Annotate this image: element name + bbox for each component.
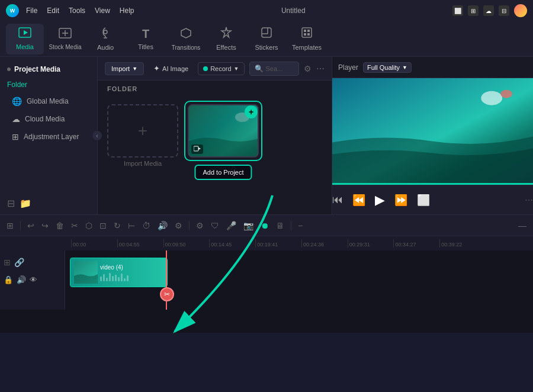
shield-icon[interactable]: 🛡 xyxy=(209,219,221,232)
add-to-project-button[interactable]: Add to Project xyxy=(194,165,252,180)
toolbar-item-titles[interactable]: T Titles xyxy=(127,24,165,54)
lock-icon[interactable]: 🔒 xyxy=(4,275,13,284)
grid-icon[interactable]: ⊞ xyxy=(468,5,479,16)
ruler-mark-1: 00:04:55 xyxy=(117,239,163,248)
import-button[interactable]: Import ▼ xyxy=(105,62,144,75)
zoom-in-icon[interactable]: — xyxy=(516,219,528,232)
audio-tl-icon[interactable]: 🔊 xyxy=(156,219,169,232)
speed-icon[interactable]: ⏱ xyxy=(140,219,152,232)
transitions-icon xyxy=(180,27,192,42)
toolbar-item-effects[interactable]: Effects xyxy=(207,24,245,54)
track-control-icons: 🔒 🔊 👁 xyxy=(4,275,61,284)
record-button[interactable]: Record ▼ xyxy=(198,62,244,75)
sidebar-item-global[interactable]: 🌐 Global Media xyxy=(0,92,97,110)
import-chevron: ▼ xyxy=(132,66,137,72)
svg-marker-20 xyxy=(198,147,201,150)
sidebar-header: Project Media xyxy=(0,62,97,77)
video-thumb-cell: + Add to Project video (2) xyxy=(188,104,259,207)
step-forward-button[interactable]: ⏩ xyxy=(394,194,407,207)
track-link-icon[interactable]: 🔗 xyxy=(14,258,24,267)
play-button[interactable]: ▶ xyxy=(375,192,385,208)
undo-icon[interactable]: ↩ xyxy=(25,219,36,232)
crop-button[interactable]: ⬜ xyxy=(417,194,430,207)
ai-image-button[interactable]: ✦ AI Image xyxy=(149,62,193,75)
title-bar-right: ⬜ ⊞ ☁ ⊟ xyxy=(452,4,527,17)
menu-edit[interactable]: Edit xyxy=(47,7,59,15)
grid-footer-icon[interactable]: ⊟ xyxy=(7,198,15,209)
folder-footer-icon[interactable]: 📁 xyxy=(20,198,31,209)
transform-icon[interactable]: ⬡ xyxy=(84,219,94,232)
toolbar-extra-icons: ⚙ ⋯ xyxy=(304,64,325,73)
step-back-button[interactable]: ⏪ xyxy=(352,194,365,207)
timeline-toolbar: ⊞ ↩ ↪ 🗑 ✂ ⬡ ⊡ ↻ ⊢ ⏱ 🔊 ⚙ ⚙ 🛡 🎤 📷 ⏺ 🖥 − — xyxy=(0,215,533,236)
toolbar: Media Stock Media Audio T Titles Transit… xyxy=(0,21,533,57)
zoom-out-icon[interactable]: − xyxy=(296,219,304,232)
toolbar-item-stickers[interactable]: Stickers xyxy=(248,24,285,54)
ruler-mark-5: 00:24:36 xyxy=(301,239,348,248)
crop-tl-icon[interactable]: ⊡ xyxy=(98,219,108,232)
record-tl-icon[interactable]: ⏺ xyxy=(259,219,271,232)
cloud-icon[interactable]: ☁ xyxy=(483,5,494,16)
menu-view[interactable]: View xyxy=(95,7,110,15)
sidebar-item-adjustment[interactable]: ⊞ Adjustment Layer xyxy=(0,128,97,146)
quality-label: Full Quality xyxy=(367,64,400,71)
mic-icon[interactable]: 🎤 xyxy=(224,219,238,232)
svg-rect-13 xyxy=(304,30,306,32)
monitor-tl-icon[interactable]: 🖥 xyxy=(274,219,286,232)
split-icon[interactable]: ⊢ xyxy=(126,219,137,232)
player-label: Player xyxy=(338,63,358,72)
ruler-mark-4: 00:19:41 xyxy=(255,239,301,248)
timeline-track-controls: ⊞ 🔗 🔒 🔊 👁 xyxy=(0,250,65,310)
effects-label: Effects xyxy=(216,44,236,51)
import-media-label: Import Media xyxy=(124,160,162,167)
media-icon xyxy=(18,27,31,41)
toolbar-item-stock[interactable]: Stock Media xyxy=(46,24,84,54)
toolbar-item-media[interactable]: Media xyxy=(6,24,44,54)
rotate-icon[interactable]: ↻ xyxy=(112,219,123,232)
toolbar-item-transitions[interactable]: Transitions xyxy=(167,24,205,54)
sidebar-item-cloud[interactable]: ☁ Cloud Media xyxy=(0,110,97,128)
more-icon[interactable]: ⋯ xyxy=(316,64,325,73)
toolbar-item-templates[interactable]: Templates xyxy=(288,24,326,54)
delete-icon[interactable]: 🗑 xyxy=(54,219,66,232)
menu-tools[interactable]: Tools xyxy=(69,7,85,15)
folder-section-label: FOLDER xyxy=(98,81,332,97)
menu-help[interactable]: Help xyxy=(120,7,134,15)
add-quick-button[interactable]: + xyxy=(245,105,258,118)
media-grid: + Import Media xyxy=(98,97,332,214)
redo-icon[interactable]: ↪ xyxy=(40,219,50,232)
audio-label: Audio xyxy=(97,44,114,51)
ruler-marks: 00:00 00:04:55 00:09:50 00:14:45 00:19:4… xyxy=(71,239,486,248)
quality-select[interactable]: Full Quality ▼ xyxy=(363,62,412,73)
skip-back-button[interactable]: ⏮ xyxy=(332,194,343,206)
ruler-mark-3: 00:14:45 xyxy=(209,239,255,248)
separator-3 xyxy=(291,221,291,230)
import-media-button[interactable]: + xyxy=(107,104,178,158)
import-label: Import xyxy=(111,65,130,72)
toolbar-item-audio[interactable]: Audio xyxy=(86,24,124,54)
monitor-icon[interactable]: ⬜ xyxy=(452,5,463,16)
settings-icon[interactable]: ⚙ xyxy=(194,219,206,232)
sidebar-collapse-btn[interactable]: ‹ xyxy=(92,131,102,140)
search-box[interactable]: 🔍 Sea... xyxy=(249,62,299,76)
timeline: ⊞ ↩ ↪ 🗑 ✂ ⬡ ⊡ ↻ ⊢ ⏱ 🔊 ⚙ ⚙ 🛡 🎤 📷 ⏺ 🖥 − — … xyxy=(0,214,533,333)
track-layer-icon[interactable]: ⊞ xyxy=(4,258,11,267)
video-clip[interactable]: video (4) xyxy=(70,258,168,287)
menu-file[interactable]: File xyxy=(26,7,37,15)
avatar[interactable] xyxy=(514,4,527,17)
player-controls: ⏮ ⏪ ▶ ⏩ ⬜ ⋯ xyxy=(332,185,533,214)
eye-icon[interactable]: 👁 xyxy=(30,275,37,284)
expand-button[interactable]: ⋯ xyxy=(525,195,533,205)
clip-waveform xyxy=(100,272,163,281)
color-icon[interactable]: ⚙ xyxy=(173,219,184,232)
sidebar-item-global-label: Global Media xyxy=(27,97,69,105)
snapshot-icon[interactable]: 📷 xyxy=(242,219,255,232)
cut-icon[interactable]: ✂ xyxy=(69,219,80,232)
filter-icon[interactable]: ⚙ xyxy=(304,64,312,73)
ruler-mark-8: 00:39:22 xyxy=(439,239,486,248)
record-dot-icon xyxy=(203,66,208,71)
add-track-icon[interactable]: ⊞ xyxy=(5,219,15,232)
layout-icon[interactable]: ⊟ xyxy=(499,5,509,16)
main-layout: Project Media Folder 🌐 Global Media ☁ Cl… xyxy=(0,57,533,214)
speaker-icon[interactable]: 🔊 xyxy=(17,275,26,284)
